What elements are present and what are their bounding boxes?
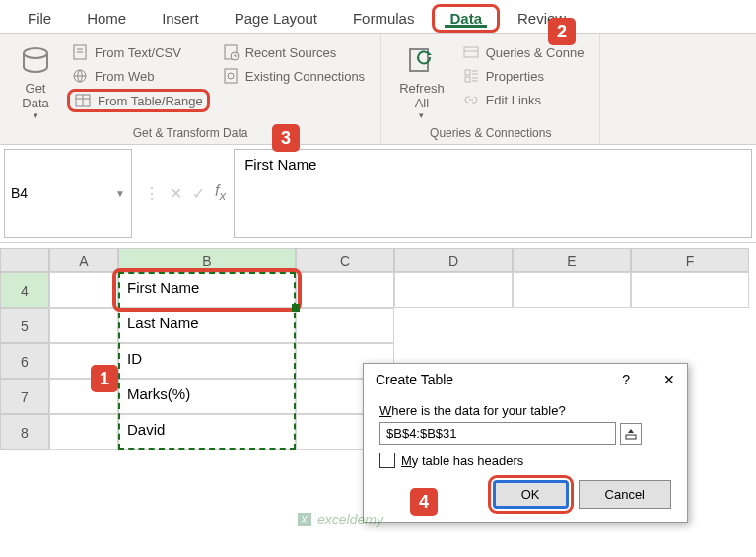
- col-header-A[interactable]: A: [49, 248, 118, 272]
- enter-icon[interactable]: ✓: [192, 184, 205, 203]
- dots-icon: ⋮: [144, 184, 160, 203]
- tab-formulas[interactable]: Formulas: [335, 4, 433, 33]
- globe-icon: [71, 67, 89, 85]
- table-range-input[interactable]: [379, 422, 616, 445]
- properties-icon: [462, 67, 480, 85]
- row-header-8[interactable]: 8: [0, 414, 49, 450]
- cancel-icon[interactable]: ✕: [170, 184, 182, 203]
- formula-bar-row: B4 ▼ ⋮ ✕ ✓ fx First Name: [0, 145, 756, 243]
- svg-rect-22: [465, 77, 470, 82]
- from-table-range-button[interactable]: From Table/Range: [67, 89, 210, 112]
- refresh-all-button[interactable]: Refresh All ▾: [393, 41, 450, 122]
- dropdown-icon[interactable]: ▼: [115, 188, 125, 199]
- recent-sources-button[interactable]: Recent Sources: [218, 41, 369, 63]
- select-all-corner[interactable]: [0, 248, 49, 272]
- from-text-csv-button[interactable]: From Text/CSV: [67, 41, 210, 63]
- cell-F4[interactable]: [631, 272, 749, 308]
- cell-A4[interactable]: [49, 272, 118, 308]
- tab-home[interactable]: Home: [69, 4, 144, 33]
- recent-icon: [222, 43, 240, 61]
- cell-B6[interactable]: ID: [118, 343, 296, 379]
- svg-rect-19: [465, 70, 470, 75]
- row-header-6[interactable]: 6: [0, 343, 49, 379]
- cell-C5[interactable]: [296, 308, 394, 343]
- ribbon-tabs: File Home Insert Page Layout Formulas Da…: [0, 0, 756, 34]
- ribbon: Get Data ▾ From Text/CSV From Web From T…: [0, 34, 756, 145]
- svg-text:X: X: [300, 515, 308, 525]
- dialog-close-button[interactable]: ✕: [663, 372, 675, 387]
- fill-handle[interactable]: [292, 304, 300, 312]
- queries-icon: [462, 43, 480, 61]
- file-text-icon: [71, 43, 89, 61]
- group-label-get-transform: Get & Transform Data: [12, 126, 369, 140]
- cell-E4[interactable]: [513, 272, 631, 308]
- svg-marker-26: [628, 429, 634, 433]
- database-icon: [18, 43, 53, 79]
- existing-connections-button[interactable]: Existing Connections: [218, 65, 369, 87]
- excel-logo-icon: X: [296, 511, 313, 528]
- svg-rect-17: [464, 47, 478, 57]
- link-icon: [462, 91, 480, 108]
- dialog-title: Create Table: [376, 372, 453, 387]
- cancel-button[interactable]: Cancel: [579, 480, 671, 509]
- connection-icon: [222, 67, 240, 85]
- collapse-icon: [625, 428, 637, 440]
- dialog-prompt: Where is the data for your table?: [379, 403, 671, 418]
- properties-button: Properties: [458, 65, 588, 87]
- col-header-E[interactable]: E: [513, 248, 631, 272]
- svg-rect-27: [298, 513, 311, 526]
- ok-button[interactable]: OK: [493, 480, 569, 509]
- refresh-icon: [404, 43, 440, 79]
- tab-insert[interactable]: Insert: [144, 4, 217, 33]
- row-header-7[interactable]: 7: [0, 379, 49, 414]
- from-web-button[interactable]: From Web: [67, 65, 210, 87]
- row-header-5[interactable]: 5: [0, 308, 49, 343]
- callout-3: 3: [272, 124, 300, 152]
- cell-B4[interactable]: First Name: [118, 272, 296, 308]
- headers-checkbox-label: My table has headers: [401, 453, 523, 468]
- dialog-help-button[interactable]: ?: [622, 372, 630, 387]
- cell-C4[interactable]: [296, 272, 394, 308]
- cell-D4[interactable]: [394, 272, 513, 308]
- group-label-queries: Queries & Connections: [393, 126, 587, 140]
- svg-rect-13: [225, 69, 237, 83]
- svg-point-0: [24, 48, 47, 58]
- callout-1: 1: [91, 365, 118, 392]
- row-header-4[interactable]: 4: [0, 272, 49, 308]
- get-data-button[interactable]: Get Data ▾: [12, 41, 59, 122]
- col-header-F[interactable]: F: [631, 248, 749, 272]
- headers-checkbox[interactable]: [379, 453, 395, 468]
- col-header-D[interactable]: D: [394, 248, 513, 272]
- tab-page-layout[interactable]: Page Layout: [217, 4, 335, 33]
- callout-4: 4: [410, 488, 438, 516]
- group-get-transform: Get Data ▾ From Text/CSV From Web From T…: [0, 34, 381, 144]
- tab-file[interactable]: File: [10, 4, 69, 33]
- fx-icon[interactable]: fx: [215, 182, 226, 203]
- collapse-dialog-button[interactable]: [620, 423, 642, 445]
- cell-B5[interactable]: Last Name: [118, 308, 296, 343]
- cell-A5[interactable]: [49, 308, 118, 343]
- svg-rect-25: [626, 435, 636, 439]
- group-queries-connections: Refresh All ▾ Queries & Conne Properties…: [381, 34, 600, 144]
- table-icon: [74, 92, 92, 109]
- callout-2: 2: [548, 18, 576, 45]
- formula-bar[interactable]: First Name: [234, 149, 752, 238]
- cell-A8[interactable]: [49, 414, 118, 450]
- cell-B7[interactable]: Marks(%): [118, 379, 296, 414]
- col-header-C[interactable]: C: [296, 248, 394, 272]
- svg-point-14: [228, 73, 234, 79]
- edit-links-button: Edit Links: [458, 89, 588, 110]
- name-box[interactable]: B4 ▼: [4, 149, 132, 238]
- tab-data[interactable]: Data: [432, 4, 500, 33]
- formula-bar-icons: ⋮ ✕ ✓ fx: [136, 145, 234, 242]
- cell-B8[interactable]: David: [118, 414, 296, 450]
- col-header-B[interactable]: B: [118, 248, 296, 272]
